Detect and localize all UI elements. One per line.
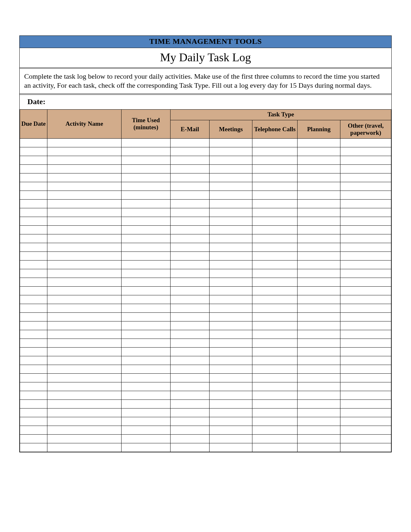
table-cell[interactable] [20,391,47,399]
table-cell[interactable] [297,434,340,443]
table-cell[interactable] [122,251,171,260]
table-cell[interactable] [122,156,171,164]
table-cell[interactable] [210,434,252,443]
table-cell[interactable] [170,399,209,408]
table-cell[interactable] [252,312,297,321]
table-cell[interactable] [47,321,121,330]
table-cell[interactable] [122,347,171,356]
table-cell[interactable] [252,426,297,434]
table-cell[interactable] [20,199,47,208]
table-cell[interactable] [20,408,47,417]
table-cell[interactable] [170,243,209,251]
table-cell[interactable] [297,217,340,225]
table-cell[interactable] [122,304,171,312]
table-cell[interactable] [20,182,47,191]
table-cell[interactable] [340,173,391,182]
table-cell[interactable] [340,260,391,269]
table-cell[interactable] [47,330,121,339]
table-cell[interactable] [210,234,252,243]
table-cell[interactable] [297,356,340,365]
table-cell[interactable] [210,399,252,408]
table-cell[interactable] [210,443,252,452]
table-cell[interactable] [340,356,391,365]
table-cell[interactable] [297,382,340,391]
table-cell[interactable] [252,434,297,443]
table-cell[interactable] [47,391,121,399]
table-cell[interactable] [20,260,47,269]
table-cell[interactable] [170,373,209,382]
table-cell[interactable] [252,217,297,225]
table-cell[interactable] [252,138,297,147]
table-cell[interactable] [20,251,47,260]
table-cell[interactable] [20,426,47,434]
table-cell[interactable] [297,373,340,382]
table-cell[interactable] [210,304,252,312]
table-cell[interactable] [122,286,171,295]
table-cell[interactable] [20,225,47,234]
table-cell[interactable] [252,278,297,286]
table-cell[interactable] [210,312,252,321]
table-cell[interactable] [210,286,252,295]
table-cell[interactable] [340,243,391,251]
table-cell[interactable] [170,208,209,217]
table-cell[interactable] [297,278,340,286]
table-cell[interactable] [252,225,297,234]
table-cell[interactable] [340,391,391,399]
table-cell[interactable] [252,365,297,373]
table-cell[interactable] [340,321,391,330]
table-cell[interactable] [47,417,121,426]
table-cell[interactable] [297,208,340,217]
table-cell[interactable] [252,182,297,191]
table-cell[interactable] [122,443,171,452]
table-cell[interactable] [170,426,209,434]
table-cell[interactable] [20,156,47,164]
table-cell[interactable] [340,399,391,408]
table-cell[interactable] [340,443,391,452]
table-cell[interactable] [122,408,171,417]
table-cell[interactable] [170,182,209,191]
table-cell[interactable] [47,234,121,243]
table-cell[interactable] [122,191,171,199]
table-cell[interactable] [210,417,252,426]
table-cell[interactable] [47,399,121,408]
table-cell[interactable] [122,164,171,173]
table-cell[interactable] [252,330,297,339]
table-cell[interactable] [252,339,297,347]
table-cell[interactable] [297,295,340,304]
table-cell[interactable] [340,138,391,147]
table-cell[interactable] [297,417,340,426]
table-cell[interactable] [210,295,252,304]
table-cell[interactable] [170,251,209,260]
table-cell[interactable] [20,347,47,356]
table-cell[interactable] [340,382,391,391]
table-cell[interactable] [170,260,209,269]
table-cell[interactable] [47,408,121,417]
table-cell[interactable] [297,260,340,269]
table-cell[interactable] [252,199,297,208]
table-cell[interactable] [210,251,252,260]
table-cell[interactable] [252,286,297,295]
table-cell[interactable] [170,339,209,347]
table-cell[interactable] [210,191,252,199]
table-cell[interactable] [340,339,391,347]
table-cell[interactable] [252,373,297,382]
table-cell[interactable] [20,295,47,304]
table-cell[interactable] [210,164,252,173]
table-cell[interactable] [170,365,209,373]
table-cell[interactable] [122,217,171,225]
table-cell[interactable] [170,138,209,147]
table-cell[interactable] [47,217,121,225]
table-cell[interactable] [210,339,252,347]
table-cell[interactable] [122,321,171,330]
table-cell[interactable] [340,278,391,286]
table-cell[interactable] [297,156,340,164]
table-cell[interactable] [20,217,47,225]
table-cell[interactable] [170,199,209,208]
table-cell[interactable] [297,147,340,156]
table-cell[interactable] [47,356,121,365]
table-cell[interactable] [47,164,121,173]
table-cell[interactable] [340,269,391,278]
table-cell[interactable] [170,330,209,339]
table-cell[interactable] [252,417,297,426]
table-cell[interactable] [210,173,252,182]
